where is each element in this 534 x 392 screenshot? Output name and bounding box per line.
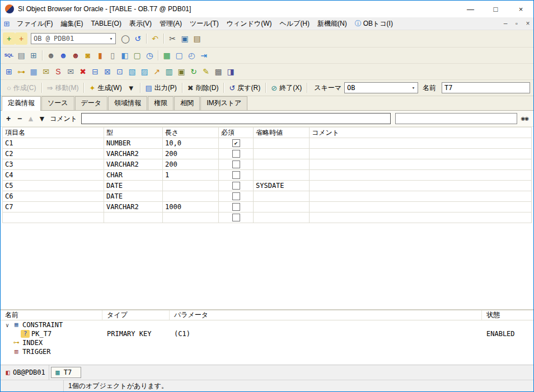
edit-icon[interactable]: ✎ (200, 65, 212, 78)
tree-item[interactable]: ⊶INDEX (1, 338, 533, 347)
table-row[interactable]: C3VARCHAR2200 (3, 159, 532, 170)
name-input[interactable] (442, 82, 530, 93)
required-checkbox[interactable] (232, 139, 240, 147)
required-checkbox[interactable] (232, 160, 240, 168)
mdi-minimize-button[interactable]: – (500, 20, 511, 27)
cut-icon[interactable]: ✂ (166, 32, 179, 45)
mview-icon[interactable]: ▥ (163, 65, 175, 78)
export-icon[interactable]: ⇥ (198, 49, 210, 62)
tab[interactable]: IM列ストア (200, 96, 247, 110)
lock-icon[interactable]: ◙ (82, 49, 94, 62)
menu-item[interactable]: ファイル(F) (13, 20, 57, 27)
role-icon[interactable]: ▮ (94, 49, 106, 62)
table-row[interactable]: C5DATESYSDATE (3, 181, 532, 191)
oracle-circle-icon[interactable]: ◯ (119, 32, 132, 45)
exit-button[interactable]: ⊘終了(X) (268, 81, 305, 95)
menu-item[interactable]: 表示(V) (125, 20, 156, 27)
package-body-icon[interactable]: ▨ (138, 65, 151, 78)
output-button[interactable]: ▤出力(P) (143, 81, 180, 95)
menu-item[interactable]: ヘルプ(H) (276, 20, 314, 27)
data-grid-icon[interactable]: ▦ (161, 49, 173, 62)
required-checkbox[interactable] (232, 214, 240, 221)
find-icon[interactable]: ◉◉ (518, 112, 531, 125)
undo-icon[interactable]: ↶ (149, 32, 161, 45)
mdi-window-icon[interactable]: ⊞ (1, 20, 13, 28)
menu-item[interactable]: ツール(T) (186, 20, 223, 27)
mail-icon[interactable]: ✉ (40, 65, 52, 78)
job-icon[interactable]: ▩ (212, 65, 224, 78)
connection-combo[interactable]: OB @ PDB01▾ (31, 33, 116, 44)
paste-icon[interactable]: ▤ (191, 32, 203, 45)
tab[interactable]: データ (75, 96, 108, 110)
remove-column-button[interactable]: − (15, 114, 25, 123)
drop-object-icon[interactable]: ✖ (77, 65, 89, 78)
table-icon[interactable]: ⊞ (3, 65, 15, 78)
required-checkbox[interactable] (232, 192, 240, 200)
comment-input[interactable] (81, 113, 391, 124)
required-checkbox[interactable] (232, 171, 240, 179)
tree-item[interactable]: ▥TRIGGER (1, 347, 533, 356)
schema-combo[interactable]: OB ▾ (344, 82, 418, 93)
sequence-icon[interactable]: ↗ (151, 65, 163, 78)
session-icon[interactable]: ☻ (69, 49, 82, 62)
tab[interactable]: 権限 (148, 96, 174, 110)
table-row[interactable]: C2VARCHAR2200 (3, 149, 532, 159)
tab[interactable]: 領域情報 (108, 96, 147, 110)
generate-menu-button[interactable]: ▼ (125, 81, 138, 95)
object-tab-t7[interactable]: ▦ T7 (51, 367, 81, 378)
required-checkbox[interactable] (232, 150, 240, 158)
tab[interactable]: 相関 (174, 96, 200, 110)
queue-icon[interactable]: ◨ (224, 65, 237, 78)
cluster-icon[interactable]: ▦ (27, 65, 40, 78)
menu-item[interactable]: 新機能(N) (313, 20, 351, 27)
add-column-button[interactable]: + (3, 114, 13, 123)
table-row[interactable]: C7VARCHAR21000 (3, 202, 532, 212)
expander-icon[interactable]: ∨ (3, 322, 12, 328)
storage-icon[interactable]: ▢ (131, 49, 143, 62)
menu-item[interactable]: TABLE(O) (87, 20, 125, 27)
output-window-icon[interactable]: ⊞ (27, 49, 40, 62)
required-checkbox[interactable] (232, 203, 240, 211)
dblink-icon[interactable]: ✉ (64, 65, 77, 78)
view-icon[interactable]: ⊟ (89, 65, 101, 78)
window-clock-icon[interactable]: ◴ (185, 49, 198, 62)
tab[interactable]: ソース (41, 96, 74, 110)
synonym-icon[interactable]: S (52, 65, 64, 78)
tree-item[interactable]: ∨▦CONSTRAINT (1, 320, 533, 329)
delete-button[interactable]: ✖削除(D) (185, 81, 222, 95)
function-icon[interactable]: ⊡ (114, 65, 126, 78)
move-down-button[interactable]: ▼ (37, 114, 47, 123)
tab[interactable]: 定義情報 (2, 96, 41, 111)
procedure-icon[interactable]: ⊠ (101, 65, 114, 78)
script-icon[interactable]: ▤ (15, 49, 27, 62)
tree-item[interactable]: ?PK_T7PRIMARY KEY(C1)ENABLED (1, 329, 533, 338)
table-row[interactable]: C1NUMBER10,0 (3, 138, 532, 149)
java-icon[interactable]: ▣ (175, 65, 188, 78)
menu-item[interactable]: 編集(E) (57, 20, 87, 27)
resource-icon[interactable]: ◧ (119, 49, 131, 62)
search-input[interactable] (395, 113, 517, 124)
table-row[interactable]: C4CHAR1 (3, 170, 532, 181)
revert-button[interactable]: ↺戻す(R) (226, 81, 263, 95)
user-icon[interactable]: ☻ (45, 49, 57, 62)
reconnect-icon[interactable]: ↺ (132, 32, 144, 45)
table-row[interactable] (3, 212, 532, 223)
clock-icon[interactable]: ◷ (143, 49, 156, 62)
table-row[interactable]: C6DATE (3, 191, 532, 202)
connection-chip[interactable]: ◧ OB@PDB01 (2, 365, 49, 380)
required-checkbox[interactable] (232, 182, 240, 190)
window-icon[interactable]: ▢ (173, 49, 185, 62)
generate-button[interactable]: ✦生成(W) (86, 81, 124, 95)
mdi-close-button[interactable]: × (522, 20, 533, 27)
menu-item[interactable]: ⓘOBトコ(I) (351, 20, 397, 27)
copy-icon[interactable]: ▣ (179, 32, 191, 45)
logon-icon[interactable]: + (3, 32, 15, 45)
menu-item[interactable]: ウィンドウ(W) (223, 20, 276, 27)
minimize-button[interactable]: — (458, 1, 483, 17)
maximize-button[interactable]: □ (483, 1, 508, 17)
recycle-icon[interactable]: ↻ (188, 65, 200, 78)
profile-icon[interactable]: ▯ (106, 49, 119, 62)
package-icon[interactable]: ▧ (126, 65, 138, 78)
menu-item[interactable]: 管理(A) (156, 20, 186, 27)
users-icon[interactable]: ☻ (57, 49, 69, 62)
